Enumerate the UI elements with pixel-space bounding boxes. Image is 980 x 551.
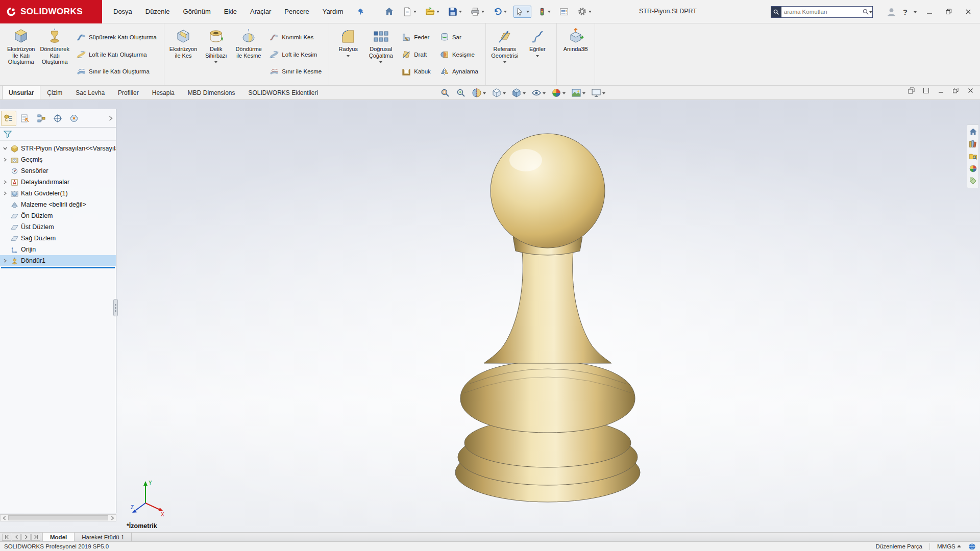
- help-dropdown-icon[interactable]: [914, 11, 917, 15]
- pawn-model[interactable]: [0, 100, 980, 532]
- boundary-cut-button[interactable]: Sınır ile Kesme: [266, 65, 325, 78]
- tab-hesapla[interactable]: Hesapla: [145, 86, 181, 99]
- window-minimize-button[interactable]: [923, 7, 936, 17]
- swept-cut-button[interactable]: Kıvrımlı Kes: [266, 31, 325, 43]
- search-dropdown-icon[interactable]: [869, 11, 872, 15]
- open-dropdown-icon[interactable]: [436, 11, 439, 14]
- tree-item-top-plane[interactable]: Üst Düzlem: [0, 221, 116, 233]
- search-input[interactable]: [781, 9, 862, 15]
- filter-icon[interactable]: [3, 130, 12, 139]
- tree-item-history[interactable]: Geçmiş: [0, 154, 116, 165]
- view-settings-button[interactable]: [589, 86, 607, 99]
- command-list-button[interactable]: [557, 6, 571, 18]
- tree-item-right-plane[interactable]: Sağ Düzlem: [0, 233, 116, 244]
- home-button[interactable]: [382, 5, 396, 18]
- extrude-cut-button[interactable]: Ekstrüzyon ile Kes: [167, 24, 200, 84]
- menu-yardim[interactable]: Yardım: [323, 8, 344, 15]
- tree-item-revolve1-selected[interactable]: Döndür1: [0, 255, 116, 266]
- section-view-button[interactable]: [470, 86, 488, 99]
- linear-pattern-dropdown-icon[interactable]: [379, 61, 382, 65]
- edit-appearance-button[interactable]: [549, 86, 568, 99]
- doc-close-button[interactable]: [967, 87, 974, 94]
- instant3d-button[interactable]: Anında3B: [559, 24, 592, 84]
- units-selector[interactable]: MMGS: [937, 543, 961, 549]
- tree-root-item[interactable]: STR-Piyon (Varsayılan<<Varsayılan>_: [0, 143, 116, 154]
- options-gear-button[interactable]: [575, 5, 594, 18]
- reference-geometry-dropdown-icon[interactable]: [503, 61, 506, 65]
- new-document-button[interactable]: [401, 6, 419, 18]
- property-manager-tab[interactable]: [17, 111, 33, 126]
- first-tab-button[interactable]: [2, 534, 11, 541]
- zoom-area-button[interactable]: [454, 86, 468, 99]
- tab-solidworks-eklentileri[interactable]: SOLIDWORKS Eklentileri: [242, 86, 325, 99]
- appearances-icon[interactable]: [968, 164, 978, 173]
- options-dropdown-icon[interactable]: [589, 11, 592, 14]
- select-tool-button[interactable]: [513, 6, 531, 18]
- zoom-fit-button[interactable]: [438, 86, 452, 99]
- scroll-thumb[interactable]: [8, 515, 108, 520]
- apply-scene-dropdown-icon[interactable]: [582, 92, 585, 96]
- extrude-boss-button[interactable]: Ekstrüzyon İle Katı Oluşturma: [5, 24, 37, 84]
- panel-splitter-handle[interactable]: [113, 299, 118, 316]
- file-explorer-icon[interactable]: [968, 152, 978, 161]
- tab-mbd-dimensions[interactable]: MBD Dimensions: [181, 86, 242, 99]
- doc-tile-button[interactable]: [923, 87, 929, 94]
- loft-boss-button[interactable]: Loft ile Katı Oluşturma: [73, 48, 160, 61]
- menu-gorunum[interactable]: Görünüm: [183, 8, 211, 15]
- graphics-viewport[interactable]: Y X Z *İzometrik: [0, 100, 980, 532]
- tab-sac-levha[interactable]: Sac Levha: [69, 86, 111, 99]
- menu-ekle[interactable]: Ekle: [224, 8, 237, 15]
- wrap-button[interactable]: Sar: [436, 31, 482, 43]
- revolve-boss-button[interactable]: Döndürerek Katı Oluşturma: [37, 24, 71, 84]
- panel-tab-scroll-icon[interactable]: [107, 114, 115, 123]
- custom-properties-icon[interactable]: [968, 176, 978, 186]
- menu-araclar[interactable]: Araçlar: [250, 8, 271, 15]
- configuration-manager-tab[interactable]: [34, 111, 49, 126]
- linear-pattern-button[interactable]: Doğrusal Çoğaltma: [364, 24, 397, 84]
- view-orientation-dropdown-icon[interactable]: [503, 92, 506, 96]
- select-dropdown-icon[interactable]: [526, 11, 529, 14]
- pin-menu-icon[interactable]: [357, 8, 365, 16]
- scroll-right-icon[interactable]: [109, 515, 116, 521]
- display-style-button[interactable]: [509, 86, 528, 99]
- window-close-button[interactable]: [962, 7, 975, 17]
- selection-filter-dropdown-icon[interactable]: [548, 11, 551, 14]
- window-restore-button[interactable]: [942, 7, 955, 17]
- undo-button[interactable]: [491, 6, 509, 18]
- open-button[interactable]: [423, 5, 442, 18]
- curves-button[interactable]: Eğriler: [521, 24, 554, 84]
- tab-profiller[interactable]: Profiller: [111, 86, 145, 99]
- tree-item-sensors[interactable]: Sensörler: [0, 165, 116, 177]
- motion-study-tab[interactable]: Hareket Etüdü 1: [75, 533, 132, 541]
- scroll-left-icon[interactable]: [1, 515, 8, 521]
- loft-cut-button[interactable]: Loft ile Kesim: [266, 48, 325, 61]
- mirror-button[interactable]: Aynalama: [436, 65, 482, 78]
- print-dropdown-icon[interactable]: [481, 11, 484, 14]
- menu-pencere[interactable]: Pencere: [284, 8, 309, 15]
- tree-horizontal-scrollbar[interactable]: [0, 514, 116, 521]
- user-account-icon[interactable]: [886, 7, 897, 17]
- view-settings-dropdown-icon[interactable]: [602, 92, 605, 96]
- print-button[interactable]: [469, 6, 486, 18]
- tree-item-solid-bodies[interactable]: Katı Gövdeler(1): [0, 188, 116, 199]
- twisty-icon[interactable]: [2, 180, 8, 185]
- twisty-expanded-icon[interactable]: [2, 146, 8, 151]
- fillet-dropdown-icon[interactable]: [347, 55, 350, 59]
- undo-dropdown-icon[interactable]: [504, 11, 507, 14]
- model-tab[interactable]: Model: [43, 533, 75, 541]
- last-tab-button[interactable]: [31, 534, 40, 541]
- curves-dropdown-icon[interactable]: [536, 55, 539, 59]
- shell-button[interactable]: Kabuk: [398, 65, 434, 78]
- edit-appearance-dropdown-icon[interactable]: [562, 92, 566, 96]
- tree-item-annotations[interactable]: Detaylandırmalar: [0, 177, 116, 188]
- tree-item-material[interactable]: Malzeme <belirli değil>: [0, 199, 116, 210]
- doc-restore-button[interactable]: [952, 87, 959, 94]
- draft-button[interactable]: Draft: [398, 48, 434, 61]
- display-style-dropdown-icon[interactable]: [523, 92, 526, 96]
- revolve-cut-button[interactable]: Döndürme ile Kesme: [232, 24, 265, 84]
- task-pane-home-icon[interactable]: [968, 127, 978, 137]
- apply-scene-button[interactable]: [569, 86, 587, 99]
- tree-item-front-plane[interactable]: Ön Düzlem: [0, 210, 116, 221]
- next-tab-button[interactable]: [21, 534, 31, 541]
- boundary-boss-button[interactable]: Sınır ile Katı Oluşturma: [73, 65, 160, 78]
